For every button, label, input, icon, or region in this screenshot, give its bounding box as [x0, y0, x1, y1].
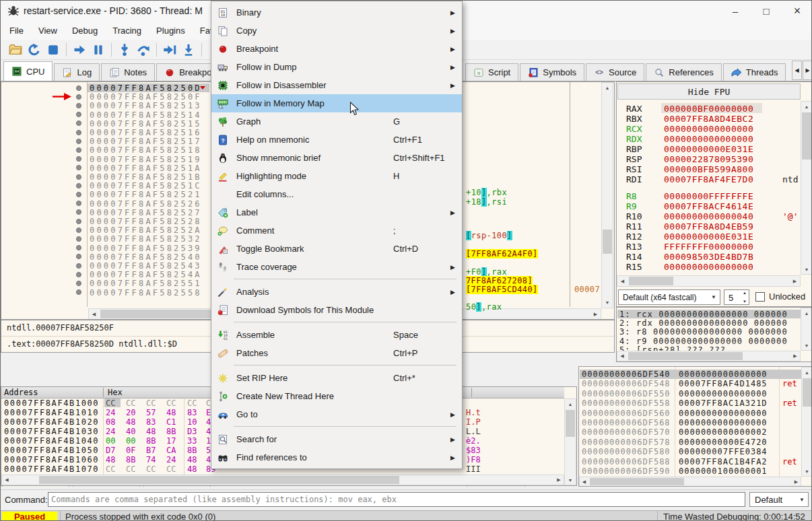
register-name[interactable]: RBP — [626, 144, 642, 154]
disasm-address[interactable]: 00007FF8AF582515 — [90, 119, 202, 129]
args-hscroll-thumb[interactable] — [628, 352, 743, 360]
register-value[interactable]: 00007FF8A8D4EB59 — [664, 221, 753, 232]
dump-vscroll-thumb[interactable] — [566, 410, 575, 437]
dump-byte[interactable]: 08 — [106, 417, 115, 427]
scroll-left-icon[interactable]: ◀ — [617, 351, 627, 361]
breakpoint-dot-icon[interactable] — [76, 245, 81, 250]
tab-symbols[interactable]: Symbols — [520, 63, 584, 81]
scroll-left-icon[interactable]: ◀ — [89, 309, 99, 319]
register-name[interactable]: RCX — [626, 124, 642, 134]
restart-button[interactable] — [25, 41, 44, 59]
menu-item-comment[interactable]: Comment; — [211, 221, 462, 240]
scroll-down-icon[interactable]: ▼ — [801, 265, 812, 274]
breakpoint-dot-icon[interactable] — [76, 94, 81, 100]
disasm-address[interactable]: 00007FF8AF582528 — [90, 217, 202, 226]
scroll-right-icon[interactable]: ▶ — [590, 309, 601, 319]
scroll-up-icon[interactable]: ▲ — [801, 308, 812, 318]
dump-byte[interactable]: D7 — [106, 446, 115, 455]
scroll-down-icon[interactable]: ▼ — [602, 298, 613, 308]
dump-byte[interactable]: 10 — [187, 417, 197, 427]
stack-hscrollbar[interactable]: ◀ ▶ — [579, 477, 801, 487]
disasm-address[interactable]: 00007FF8AF582518 — [90, 145, 202, 155]
breakpoint-dot-icon[interactable] — [76, 201, 81, 206]
menu-item-toggle-bookmark[interactable]: nToggle BookmarkCtrl+D — [211, 240, 462, 258]
command-input[interactable] — [48, 492, 745, 507]
register-name[interactable]: RDI — [626, 174, 642, 184]
menu-item-binary[interactable]: 0110Binary▶ — [211, 3, 462, 22]
stack-value[interactable]: 0000000000000000 — [679, 370, 768, 379]
breakpoint-dot-icon[interactable] — [76, 165, 81, 170]
registers-vscroll-thumb[interactable] — [802, 112, 811, 160]
menu-item-follow-in-disassembler[interactable]: Follow in Disassembler▶ — [211, 76, 462, 94]
scroll-up-icon[interactable]: ▲ — [602, 83, 613, 93]
dump-address[interactable]: 00007FF8AF4B1020 — [4, 417, 99, 427]
dump-byte[interactable]: CC — [146, 398, 156, 408]
breakpoint-dot-icon[interactable] — [76, 289, 81, 295]
dump-byte[interactable]: CC — [106, 464, 115, 474]
menubar-item-tracing[interactable]: Tracing — [105, 22, 149, 39]
register-name[interactable]: R13 — [626, 242, 642, 252]
breakpoint-dot-icon[interactable] — [76, 192, 81, 197]
stack-address[interactable]: 00000000006DF578 — [582, 438, 671, 447]
menu-item-highlighting-mode[interactable]: Highlighting modeH — [211, 167, 462, 185]
dump-byte[interactable]: 33 — [187, 436, 197, 446]
register-name[interactable]: R8 — [626, 191, 637, 201]
scroll-right-icon[interactable]: ▶ — [790, 351, 800, 361]
register-value[interactable]: 00000000FFFFFFFE — [664, 191, 753, 201]
register-value[interactable]: 000098503DE4BD7B — [664, 252, 753, 262]
tab-log[interactable]: Log — [54, 63, 100, 81]
tab-notes[interactable]: Notes — [101, 63, 155, 81]
stack-value[interactable]: 0000000000000000 — [679, 389, 768, 398]
dump-byte[interactable]: CC — [166, 464, 176, 474]
scroll-left-icon[interactable]: ◀ — [617, 276, 628, 286]
disasm-address[interactable]: 00007FF8AF58252A — [90, 225, 202, 235]
register-value[interactable]: 00007FF8A8D4EBC2 — [664, 114, 753, 124]
disasm-address[interactable]: 00007FF8AF582558 — [90, 288, 202, 298]
dump-byte[interactable]: 00 — [126, 436, 135, 446]
dump-byte[interactable]: B7 — [146, 446, 156, 455]
register-name[interactable]: RAX — [626, 104, 642, 114]
disasm-address[interactable]: 00007FF8AF582543 — [90, 261, 202, 271]
stack-value[interactable]: 0000000000000000 — [679, 418, 768, 427]
dump-byte[interactable]: 57 — [146, 408, 156, 417]
minimize-button[interactable]: – — [720, 1, 751, 21]
breakpoint-dot-icon[interactable] — [76, 219, 81, 224]
dump-byte[interactable]: CC — [106, 398, 115, 408]
stack-value[interactable]: 0000000000000002 — [679, 427, 768, 437]
disasm-fragment[interactable]: [7FF8AF62A4F0] — [466, 249, 538, 258]
run-to-cursor-button[interactable] — [160, 41, 179, 59]
register-value[interactable]: 0000022878095390 — [664, 154, 753, 164]
scroll-right-icon[interactable]: ▶ — [790, 276, 800, 286]
breakpoint-dot-icon[interactable] — [76, 254, 81, 259]
menu-item-help-on-mnemonic[interactable]: ?Help on mnemonicCtrl+F1 — [211, 131, 462, 149]
breakpoint-dot-icon[interactable] — [76, 120, 81, 126]
menu-item-follow-in-memory-map[interactable]: Follow in Memory Map — [211, 94, 462, 112]
tab-script[interactable]: oScript — [465, 63, 518, 81]
disasm-fragment[interactable]: [7FF8AF5CD440] — [466, 285, 538, 294]
menu-item-breakpoint[interactable]: Breakpoint▶ — [211, 40, 462, 58]
step-out-button[interactable] — [179, 41, 198, 59]
stack-value[interactable]: 0000000100000001 — [679, 466, 768, 476]
stack-address[interactable]: 00000000006DF568 — [582, 418, 671, 427]
disasm-address[interactable]: 00007FF8AF58251C — [90, 181, 202, 190]
dump-byte[interactable]: 48 — [106, 455, 115, 464]
register-value[interactable]: 00007FF8AF4FE7D0 — [664, 174, 753, 184]
step-over-button[interactable] — [134, 41, 153, 59]
stack-value[interactable]: 00007FF8AC1B4FA2 — [679, 457, 768, 466]
dump-byte[interactable]: 83 — [187, 408, 197, 417]
dump-address[interactable]: 00007FF8AF4B1050 — [4, 446, 99, 455]
disasm-address[interactable]: 00007FF8AF582517 — [90, 137, 202, 146]
breakpoint-dot-icon[interactable] — [76, 130, 81, 135]
disasm-address[interactable]: 00007FF8AF582527 — [90, 208, 202, 217]
scroll-up-icon[interactable]: ▲ — [801, 102, 812, 111]
menu-item-copy[interactable]: Copy▶ — [211, 22, 462, 40]
breakpoint-dot-icon[interactable] — [76, 139, 81, 144]
dump-byte[interactable]: 48 — [126, 417, 135, 427]
menu-item-show-mnemonic-brief[interactable]: Show mnemonic briefCtrl+Shift+F1 — [211, 149, 462, 167]
disasm-fragment[interactable]: +F0],rax — [466, 267, 507, 277]
menu-item-label[interactable]: Label▶ — [211, 203, 462, 221]
disasm-fragment[interactable]: 00007 — [574, 285, 600, 294]
breakpoint-dot-icon[interactable] — [76, 174, 81, 180]
stack-address[interactable]: 00000000006DF540 — [582, 370, 671, 379]
breakpoint-dot-icon[interactable] — [76, 228, 81, 233]
